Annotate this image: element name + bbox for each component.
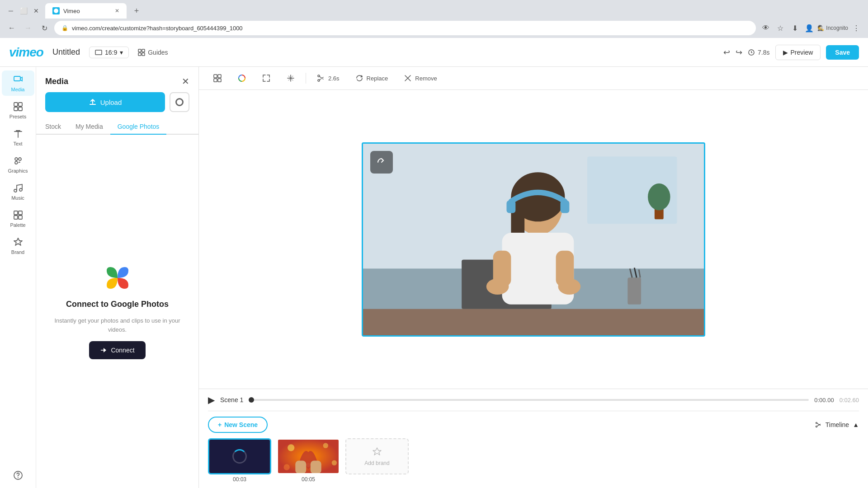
preview-play-icon: ▶	[783, 49, 788, 56]
save-button[interactable]: Save	[826, 45, 859, 60]
remove-label: Remove	[415, 75, 437, 82]
sidebar-label-presets: Presets	[9, 114, 26, 119]
scene-1-thumbnail[interactable]	[208, 438, 271, 474]
scene-2-thumbnail[interactable]	[277, 438, 340, 474]
svg-rect-11	[19, 107, 22, 111]
layout-tool-button[interactable]	[208, 70, 227, 86]
scene-thumb-1[interactable]: 00:03	[208, 438, 271, 483]
toolbar-divider	[306, 73, 306, 84]
sidebar-item-graphics[interactable]: Graphics	[2, 152, 34, 177]
google-photos-icon	[103, 263, 132, 292]
reload-button[interactable]: ↻	[38, 22, 51, 34]
scissors-small-icon	[815, 421, 822, 428]
fullscreen-tool-button[interactable]	[257, 70, 276, 86]
aspect-ratio-selector[interactable]: 16:9 ▾	[89, 47, 129, 58]
connect-icon	[100, 347, 107, 354]
svg-point-46	[558, 278, 581, 295]
timeline-toggle[interactable]: Timeline ▲	[815, 421, 859, 428]
trim-time-display: 2.6s	[311, 70, 344, 86]
canvas-viewport	[199, 90, 868, 389]
sidebar-item-text[interactable]: Text	[2, 125, 34, 150]
tab-close-icon[interactable]: ✕	[115, 8, 119, 14]
close-button[interactable]: ✕	[31, 5, 42, 16]
remove-button[interactable]: Remove	[398, 70, 442, 86]
undo-button[interactable]: ↩	[723, 47, 730, 57]
color-wheel-icon	[237, 74, 246, 83]
sidebar-item-media[interactable]: Media	[2, 70, 34, 96]
media-replace-overlay[interactable]	[370, 151, 393, 174]
canvas-toolbar: 2.6s Replace Remove	[199, 67, 868, 90]
svg-rect-9	[19, 103, 22, 106]
color-tool-button[interactable]	[232, 70, 251, 86]
scene-thumb-2[interactable]: 00:05	[277, 438, 340, 483]
project-title[interactable]: Untitled	[52, 47, 80, 57]
video-preview[interactable]	[362, 142, 705, 337]
current-time: 0:00.00	[814, 397, 834, 404]
back-button[interactable]: ←	[5, 22, 18, 34]
svg-rect-27	[218, 79, 221, 82]
bookmark-icon[interactable]: ☆	[774, 22, 787, 34]
tab-my-media[interactable]: My Media	[68, 119, 110, 135]
browser-titlebar: ─ ⬜ ✕ Vimeo ✕ +	[0, 0, 868, 18]
sidebar-item-help[interactable]	[2, 466, 34, 484]
app-main: Media Presets Text	[0, 67, 868, 488]
redo-button[interactable]: ↪	[736, 47, 742, 57]
profile-icon[interactable]: 👤	[803, 22, 816, 34]
record-button[interactable]	[170, 92, 189, 112]
timeline-collapse-icon: ▲	[853, 421, 859, 428]
tab-google-photos[interactable]: Google Photos	[110, 119, 167, 135]
sidebar-label-palette: Palette	[10, 222, 25, 228]
active-tab[interactable]: Vimeo ✕	[45, 3, 127, 19]
preview-button[interactable]: ▶ Preview	[775, 45, 821, 60]
timeline-progress-bar[interactable]	[249, 399, 809, 401]
download-icon[interactable]: ⬇	[788, 22, 801, 34]
connect-button[interactable]: Connect	[89, 341, 145, 359]
vimeo-logo: vimeo	[9, 45, 43, 60]
sidebar-item-presets[interactable]: Presets	[2, 98, 34, 123]
timeline-bar: ▶ Scene 1 0:00.00 0:02.60 + New Scene	[199, 389, 868, 488]
address-bar[interactable]: 🔒 vimeo.com/create/customize?hash=storyb…	[54, 21, 756, 35]
minimize-button[interactable]: ─	[5, 5, 16, 16]
effects-tool-button[interactable]	[281, 70, 300, 86]
google-connect-title: Connect to Google Photos	[66, 300, 169, 309]
clock-icon	[748, 49, 755, 56]
svg-rect-20	[19, 216, 22, 219]
sidebar-icons: Media Presets Text	[0, 67, 36, 488]
svg-rect-4	[138, 53, 141, 56]
incognito-icon: 🕵	[817, 25, 824, 31]
timeline-scrubber[interactable]	[249, 397, 254, 403]
sidebar-item-brand[interactable]: Brand	[2, 233, 34, 258]
aspect-ratio-icon	[95, 50, 102, 55]
svg-rect-63	[311, 461, 321, 473]
media-icon	[13, 74, 24, 85]
svg-point-14	[15, 161, 18, 164]
menu-button[interactable]: ⋮	[850, 22, 863, 34]
svg-point-55	[816, 426, 817, 427]
replace-icon	[355, 74, 364, 83]
upload-button[interactable]: Upload	[45, 92, 165, 112]
timeline-scenes: + New Scene Timeline ▲	[208, 411, 859, 483]
google-photos-connect: Connect to Google Photos Instantly get y…	[36, 135, 198, 488]
new-scene-button[interactable]: + New Scene	[208, 417, 268, 433]
extension-icon[interactable]: 👁	[760, 22, 772, 34]
svg-rect-1	[95, 50, 102, 55]
forward-button[interactable]: →	[22, 22, 34, 34]
tab-favicon	[52, 7, 60, 14]
play-button[interactable]: ▶	[208, 394, 215, 405]
svg-point-60	[283, 464, 289, 470]
svg-rect-8	[14, 103, 18, 106]
svg-point-53	[648, 183, 670, 210]
media-panel-close-button[interactable]: ✕	[182, 76, 189, 87]
sidebar-item-palette[interactable]: Palette	[2, 206, 34, 231]
maximize-button[interactable]: ⬜	[18, 5, 29, 16]
timeline-playback: ▶ Scene 1 0:00.00 0:02.60	[208, 394, 859, 405]
svg-rect-19	[14, 216, 18, 219]
new-tab-button[interactable]: +	[130, 5, 143, 17]
add-brand-button[interactable]: Add brand	[345, 438, 409, 474]
guides-button[interactable]: Guides	[138, 49, 168, 56]
svg-point-57	[288, 444, 294, 451]
help-icon	[13, 470, 24, 481]
tab-stock[interactable]: Stock	[45, 119, 68, 135]
sidebar-item-music[interactable]: Music	[2, 179, 34, 204]
replace-button[interactable]: Replace	[350, 70, 393, 86]
